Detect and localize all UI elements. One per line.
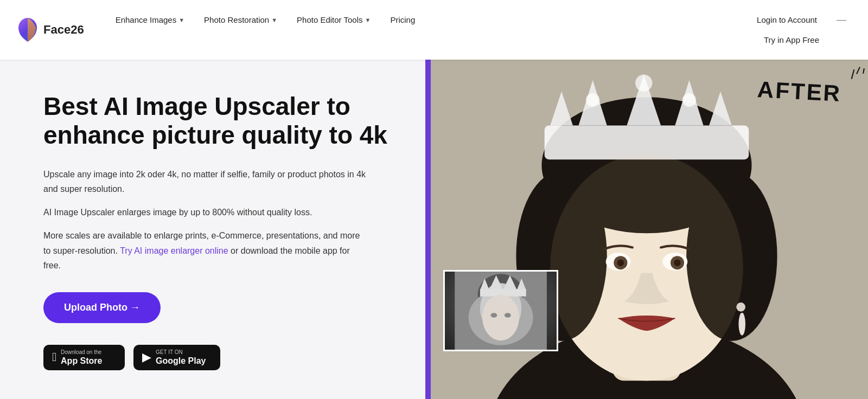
try-free-button[interactable]: Try in App Free [752,30,831,50]
site-header: Face26 Enhance Images ▼ Photo Restoratio… [0,0,868,60]
hero-title: Best AI Image Upscaler to enhance pictur… [43,92,393,150]
logo-icon [17,17,38,43]
apple-badge-sub: Download on the [61,349,102,355]
login-button[interactable]: Login to Account [746,11,828,29]
google-play-badge[interactable]: ▶ GET IT ON Google Play [133,345,220,370]
main-content: Best AI Image Upscaler to enhance pictur… [0,60,868,399]
purple-left-bar [425,60,431,399]
after-label-area: AFTER [757,80,841,103]
before-thumbnail [443,270,558,351]
hero-para3: More scales are available to enlarge pri… [43,228,369,273]
chevron-down-icon: ▼ [178,17,184,23]
hero-image-container: AFTER [425,60,868,399]
logo-link[interactable]: Face26 [17,17,84,43]
thumbnail-image [445,272,557,350]
svg-point-15 [682,93,696,107]
google-badge-main: Google Play [156,356,206,366]
hero-link[interactable]: Try AI image enlarger online [120,246,228,255]
hero-para2: AI Image Upscaler enlarges image by up t… [43,205,369,220]
svg-point-14 [635,74,652,91]
nav-pricing[interactable]: Pricing [380,10,425,30]
svg-point-35 [490,313,497,318]
main-nav: Enhance Images ▼ Photo Restoration ▼ Pho… [106,10,746,30]
google-badge-sub: GET IT ON [156,349,206,355]
chevron-down-icon: ▼ [365,17,371,23]
nav-photo-restoration[interactable]: Photo Restoration ▼ [194,10,287,30]
google-icon: ▶ [142,350,151,364]
logo-text: Face26 [43,23,84,37]
apple-badge-main: App Store [61,356,102,366]
app-badges:  Download on the App Store ▶ GET IT ON … [43,345,393,370]
hero-photo: AFTER [425,60,868,399]
nav-photo-editor-tools[interactable]: Photo Editor Tools ▼ [287,10,380,30]
hero-para1: Upscale any image into 2k oder 4k, no ma… [43,167,369,196]
hero-right-panel: AFTER [425,60,868,399]
app-store-badge[interactable]:  Download on the App Store [43,345,125,370]
close-icon[interactable]: — [832,14,851,25]
apple-icon:  [52,350,56,364]
svg-point-24 [550,154,743,381]
after-text: AFTER [757,78,842,105]
upload-photo-button[interactable]: Upload Photo → [43,292,161,323]
nav-enhance-images[interactable]: Enhance Images ▼ [106,10,194,30]
hero-left-panel: Best AI Image Upscaler to enhance pictur… [0,60,425,399]
svg-point-13 [586,93,599,107]
svg-point-34 [482,295,519,341]
chevron-down-icon: ▼ [271,17,277,23]
svg-point-23 [738,313,745,336]
svg-point-36 [504,313,510,318]
